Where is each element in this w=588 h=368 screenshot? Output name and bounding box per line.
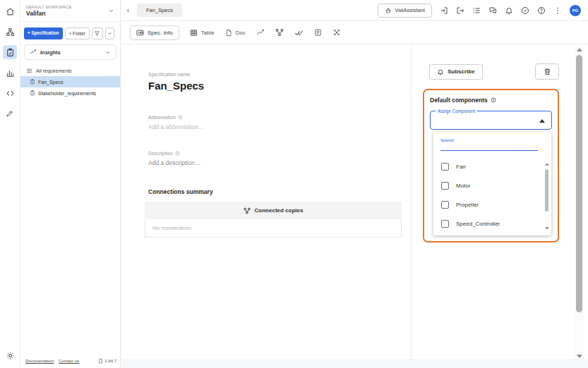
assign-component-select[interactable]: Assign Component: [430, 111, 552, 130]
workspace-eyebrow: DEFAULT WORKSPACE: [26, 5, 108, 9]
connections-cross-icon[interactable]: [332, 28, 341, 37]
settings-gear-icon[interactable]: [3, 348, 17, 362]
list-icon: [26, 68, 32, 74]
version-info: 1.94.7: [98, 358, 116, 364]
connected-copies-icon: [244, 207, 251, 214]
option-fan[interactable]: Fan: [433, 157, 551, 176]
approvals-icon[interactable]: [521, 6, 529, 15]
sidebar-footer: Documentation Contact us 1.94.7: [25, 358, 116, 364]
scroll-down-icon[interactable]: [545, 227, 549, 230]
checkbox-motor[interactable]: [441, 182, 449, 190]
scroll-up-icon[interactable]: [577, 48, 582, 51]
add-folder-button[interactable]: + Folder: [65, 27, 90, 39]
edit-icon[interactable]: [3, 106, 17, 121]
product-tree-icon[interactable]: [3, 25, 17, 39]
component-dropdown: Search Fan Motor: [433, 132, 551, 235]
insights-label: Insights: [40, 49, 101, 56]
abbreviation-field[interactable]: Add a abbreviation...: [148, 123, 411, 130]
import-icon[interactable]: [440, 6, 448, 15]
sidebar-item-label: Stakeholder_requirements: [38, 91, 96, 96]
trash-icon: [544, 68, 551, 75]
requirements-icon[interactable]: [3, 45, 17, 59]
documentation-link[interactable]: Documentation: [25, 359, 54, 363]
spec-name-label: Specification name: [148, 72, 411, 77]
insights-toggle[interactable]: Insights: [24, 44, 116, 60]
collapse-arrow-icon[interactable]: [539, 119, 545, 123]
tab-doc[interactable]: Doc: [225, 29, 246, 37]
contact-us-link[interactable]: Contact us: [59, 359, 79, 363]
more-options-button[interactable]: [105, 27, 114, 39]
checkbox-speed-controller[interactable]: [441, 220, 449, 228]
all-requirements-label: All requirements: [36, 68, 72, 73]
dropdown-scrollbar[interactable]: [545, 163, 549, 230]
option-propeller[interactable]: Propeller: [433, 195, 551, 214]
search-underline: [440, 150, 538, 151]
spec-doc-icon: [30, 79, 35, 85]
spec-doc-icon: [30, 90, 35, 96]
notifications-bell-icon[interactable]: [505, 6, 513, 15]
hierarchy-view-icon[interactable]: [275, 28, 284, 37]
sidebar-item-label: Fan_Specs: [38, 80, 63, 85]
scroll-up-icon[interactable]: [545, 163, 549, 166]
option-speed-controller[interactable]: Speed_Controller: [433, 214, 551, 233]
option-label: Propeller: [456, 202, 479, 208]
requirements-tree: All requirements Fan_Specs Stakeholder_r…: [20, 66, 120, 99]
help-icon[interactable]: [537, 6, 546, 15]
main-scroll-thumb[interactable]: [576, 55, 582, 312]
collapse-sidebar-icon[interactable]: [125, 8, 131, 13]
workspace-name: Valifan: [26, 10, 108, 17]
spec-name-value[interactable]: Fan_Specs: [148, 80, 411, 92]
kebab-menu-icon[interactable]: [553, 6, 562, 15]
export-icon[interactable]: [456, 6, 464, 15]
filter-button[interactable]: [92, 27, 103, 39]
form-view-icon[interactable]: [314, 28, 322, 37]
tasks-icon[interactable]: [472, 6, 481, 15]
scroll-down-icon[interactable]: [577, 355, 582, 358]
description-field[interactable]: Add a description...: [148, 159, 411, 166]
option-label: Speed_Controller: [456, 221, 500, 227]
doc-label: Doc: [236, 30, 246, 36]
sidebar: DEFAULT WORKSPACE Valifan + Specificatio…: [20, 0, 121, 368]
all-requirements-row[interactable]: All requirements: [20, 66, 120, 76]
vali-assistant-button[interactable]: ValiAssistant: [378, 4, 432, 18]
subscribe-bell-icon: [437, 68, 444, 75]
home-icon[interactable]: [3, 4, 17, 18]
user-avatar[interactable]: PG: [570, 5, 581, 16]
tab-fan-specs[interactable]: Fan_Specs: [137, 4, 182, 17]
info-icon: [175, 151, 180, 156]
sidebar-item-stakeholder-requirements[interactable]: Stakeholder_requirements: [20, 87, 120, 99]
info-icon: [178, 115, 183, 120]
table-label: Table: [201, 30, 215, 36]
add-specification-button[interactable]: + Specification: [24, 27, 63, 39]
description-label-text: Description: [148, 151, 173, 156]
workspace-text: DEFAULT WORKSPACE Valifan: [26, 5, 108, 17]
dropdown-scroll-thumb[interactable]: [545, 169, 548, 211]
subscribe-button[interactable]: Subscribe: [429, 64, 483, 80]
checkbox-propeller[interactable]: [441, 201, 449, 209]
assign-component-label: Assign Component: [436, 109, 477, 114]
version-number: 1.94.7: [104, 359, 116, 363]
spec-info-label: Spec. info: [148, 30, 173, 36]
connections-table-header: Connected copies: [145, 202, 402, 219]
delete-button[interactable]: [535, 63, 559, 80]
scripting-icon[interactable]: [3, 86, 17, 100]
chart-view-icon[interactable]: [256, 28, 265, 37]
analyses-icon[interactable]: [3, 66, 17, 80]
release-notes-icon: [98, 358, 103, 364]
sidebar-actions: + Specification + Folder: [20, 22, 120, 39]
view-toolbar: Spec. info Table Doc: [121, 21, 588, 44]
component-search-field[interactable]: Search: [433, 138, 551, 151]
search-label: Search: [440, 138, 544, 142]
option-motor[interactable]: Motor: [433, 176, 551, 195]
tab-table[interactable]: Table: [190, 29, 215, 37]
tab-spec-info[interactable]: Spec. info: [130, 25, 179, 40]
sidebar-item-fan-specs[interactable]: Fan_Specs: [20, 76, 120, 87]
checkbox-fan[interactable]: [441, 163, 449, 171]
verification-check-icon[interactable]: [294, 28, 304, 37]
table-icon: [190, 29, 198, 37]
comments-icon[interactable]: [488, 6, 497, 15]
main-scrollbar[interactable]: [575, 47, 584, 360]
connections-table: Connected copies No connections: [145, 202, 402, 238]
spec-details: Specification name Fan_Specs Abbreviatio…: [121, 45, 412, 360]
workspace-selector[interactable]: DEFAULT WORKSPACE Valifan: [20, 0, 120, 22]
